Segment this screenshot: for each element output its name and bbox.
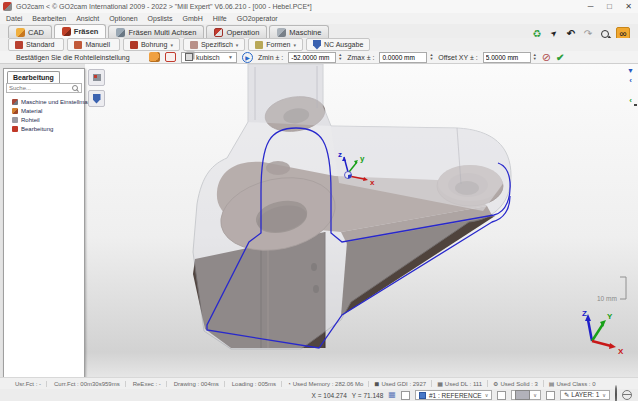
close-button[interactable]: ✕ bbox=[619, 0, 638, 13]
color-swatch bbox=[515, 390, 530, 400]
compute-stock-button[interactable]: ▶ bbox=[242, 52, 253, 63]
standard-button[interactable]: Standard bbox=[8, 38, 64, 51]
offset-xy-input[interactable] bbox=[483, 52, 531, 63]
scale-label: 10 mm bbox=[597, 295, 617, 302]
project-sidebar: Bearbeitung Maschine und Einstellmaße Ma… bbox=[3, 68, 85, 401]
confirm-check-icon[interactable]: ✔ bbox=[556, 52, 564, 63]
zmin-stepper[interactable]: ▲▼ bbox=[338, 53, 342, 61]
menu-go2operator[interactable]: GO2operator bbox=[237, 15, 278, 22]
model-canvas[interactable]: z y x 10 mm Z Y X bbox=[85, 64, 638, 377]
view-triad: Z Y X bbox=[582, 309, 624, 356]
project-tree: Maschine und Einstellmaße Material Rohte… bbox=[6, 97, 82, 133]
mill-toolbar: Standard Manuell Bohrung ▾ Spezifisch ▾ … bbox=[0, 38, 638, 51]
menu-gmbh[interactable]: GmbH bbox=[183, 15, 203, 22]
zmax-stepper[interactable]: ▲▼ bbox=[429, 53, 433, 61]
search-icon bbox=[72, 85, 78, 91]
viewport-right-toolbar: ▼ ‹ ‹ bbox=[625, 66, 636, 115]
tree-item-maschine[interactable]: Maschine und Einstellmaße bbox=[6, 97, 82, 106]
bohrung-icon bbox=[130, 41, 138, 49]
status-usrfct: Usr.Fct : - bbox=[8, 381, 47, 387]
formen-button[interactable]: Formen ▾ bbox=[248, 38, 303, 51]
stock-update-icon[interactable] bbox=[149, 52, 160, 62]
machine-position-button[interactable] bbox=[88, 69, 105, 86]
offset-xy-label: Offset XY ± : bbox=[438, 54, 477, 61]
zmin-input[interactable] bbox=[288, 52, 336, 63]
tab-cad[interactable]: CAD bbox=[8, 25, 52, 38]
cad-pencil-icon bbox=[16, 28, 25, 37]
sidebar-search[interactable] bbox=[6, 83, 82, 93]
machine-flag-icon bbox=[93, 74, 101, 81]
tree-item-material[interactable]: Material bbox=[6, 106, 82, 115]
material-icon bbox=[12, 108, 18, 114]
status-used-memory: ◔Used Memory : 282.06 Mo bbox=[282, 381, 369, 387]
multi-axis-icon bbox=[116, 28, 125, 37]
menu-ansicht[interactable]: Ansicht bbox=[76, 15, 99, 22]
standard-icon bbox=[15, 41, 23, 49]
bohrung-button[interactable]: Bohrung ▾ bbox=[123, 38, 180, 51]
menu-opslists[interactable]: Opslists bbox=[148, 15, 173, 22]
tree-item-rohteil[interactable]: Rohteil bbox=[6, 115, 82, 124]
cancel-forbidden-icon[interactable]: ⊘ bbox=[542, 52, 551, 63]
stock-icon bbox=[12, 117, 18, 123]
collapse-blue-icon[interactable]: ‹ bbox=[625, 76, 636, 85]
machine-setup-icon bbox=[12, 99, 18, 105]
status-used-solid: ⚙Used Solid : 3 bbox=[488, 380, 544, 387]
viewport-3d[interactable]: z y x 10 mm Z Y X bbox=[85, 64, 638, 377]
zoom-coords-icon[interactable] bbox=[615, 386, 617, 401]
search-input[interactable] bbox=[7, 85, 72, 91]
reference-checkbox[interactable] bbox=[497, 391, 506, 400]
filter-icon[interactable]: ▼ bbox=[625, 66, 636, 75]
palette-icon[interactable] bbox=[625, 86, 636, 95]
status-bar-coordinates: X = 104.274 Y = 71.148 ▦ #1 : REFERENCE … bbox=[0, 389, 638, 401]
sidebar-tab-bearbeitung[interactable]: Bearbeitung bbox=[7, 71, 60, 83]
app-icon bbox=[3, 2, 12, 11]
status-used-gdi: ◼Used GDI : 2927 bbox=[369, 380, 432, 387]
status-currfct: Curr.Fct : 00m30s959ms bbox=[47, 381, 126, 387]
tree-item-bearbeitung[interactable]: Bearbeitung bbox=[6, 124, 82, 133]
tab-fraesen-multi-achsen[interactable]: Fräsen Multi Achsen bbox=[108, 25, 204, 38]
formen-icon bbox=[255, 41, 263, 49]
menu-datei[interactable]: Datei bbox=[6, 15, 22, 22]
machine-icon bbox=[277, 28, 286, 37]
nc-ausgabe-button[interactable]: NC Ausgabe bbox=[306, 38, 370, 51]
maximize-button[interactable]: □ bbox=[600, 0, 619, 13]
menu-bar: Datei Bearbeiten Ansicht Optionen Opslis… bbox=[0, 13, 638, 24]
reference-dropdown[interactable]: #1 : REFERENCE ∨ bbox=[415, 390, 492, 400]
menu-hilfe[interactable]: Hilfe bbox=[213, 15, 227, 22]
status-used-class: ▤Used Class : 0 bbox=[544, 380, 601, 387]
stock-type-value: kubisch bbox=[196, 54, 225, 61]
spezifisch-icon bbox=[190, 41, 198, 49]
stock-view-icon[interactable] bbox=[165, 52, 176, 62]
machining-icon bbox=[12, 126, 18, 132]
layer-dropdown[interactable]: ✎ LAYER: 1 ∨ bbox=[560, 390, 610, 400]
tab-fraesen[interactable]: Fräsen bbox=[54, 24, 107, 38]
nc-shield-icon bbox=[313, 40, 321, 50]
minimize-button[interactable]: ─ bbox=[581, 0, 600, 13]
mill-tool-icon bbox=[62, 27, 71, 36]
color-dropdown[interactable]: ∨ bbox=[511, 390, 541, 400]
view-z-label: Z bbox=[582, 309, 587, 318]
menu-optionen[interactable]: Optionen bbox=[109, 15, 137, 22]
grid-checkbox[interactable] bbox=[401, 391, 410, 400]
offset-stepper[interactable]: ▲▼ bbox=[533, 53, 537, 61]
globe-icon[interactable] bbox=[622, 390, 632, 400]
spezifisch-button[interactable]: Spezifisch ▾ bbox=[183, 38, 245, 51]
prompt-message: Bestätigen Sie die Rohteileinstellung bbox=[16, 54, 144, 61]
view-y-label: Y bbox=[607, 312, 613, 321]
layer-checkbox[interactable] bbox=[546, 391, 555, 400]
nc-shield-button[interactable] bbox=[88, 90, 105, 107]
snapshot-camera-icon[interactable] bbox=[625, 106, 636, 115]
tab-operation[interactable]: Operation bbox=[206, 25, 267, 38]
origin-x-label: x bbox=[370, 178, 375, 187]
stock-type-select[interactable]: kubisch ▼ bbox=[181, 52, 237, 63]
y-coordinate: Y = 71.148 bbox=[352, 392, 384, 399]
status-reexec: ReExec : - bbox=[126, 381, 167, 387]
main-area: z y x 10 mm Z Y X bbox=[0, 64, 638, 377]
tab-maschine[interactable]: Maschine bbox=[269, 25, 329, 38]
status-bar-performance: Usr.Fct : - Curr.Fct : 00m30s959ms ReExe… bbox=[0, 377, 638, 389]
menu-bearbeiten[interactable]: Bearbeiten bbox=[32, 15, 66, 22]
zmax-input[interactable] bbox=[379, 52, 427, 63]
grid-icon[interactable]: ▦ bbox=[388, 390, 396, 400]
view-x-label: X bbox=[618, 347, 624, 356]
manuell-button[interactable]: Manuell bbox=[67, 38, 120, 51]
